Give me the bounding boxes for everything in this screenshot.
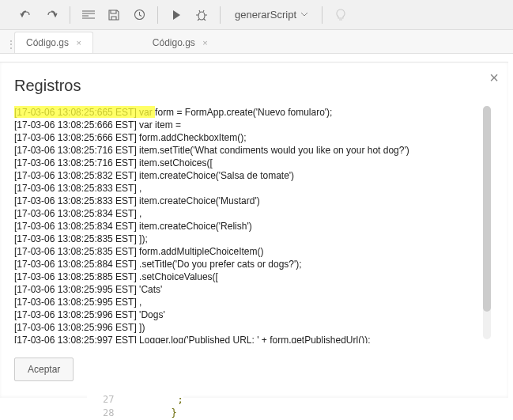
log-message: item.createChoice('Salsa de tomate') [137, 170, 294, 181]
log-message: , [137, 183, 142, 194]
log-message: item.createChoice('Relish') [137, 221, 252, 232]
scrollbar-thumb[interactable] [483, 106, 491, 312]
log-message: .setChoiceValues([ [137, 271, 218, 282]
log-message: var item = [137, 119, 181, 131]
log-line: [17-03-06 13:08:25:996 EST] 'Dogs' [14, 308, 502, 321]
dialog-actions: Aceptar [14, 358, 502, 381]
log-timestamp: [17-03-06 13:08:25:665 EST] [14, 107, 137, 118]
log-pane: [17-03-06 13:08:25:665 EST] var form = F… [14, 106, 502, 343]
code-text: } [171, 407, 176, 418]
save-button[interactable] [102, 4, 126, 26]
log-message: 'Cats' [137, 284, 163, 295]
tabstrip: ⋮ Código.gs × Código.gs × [0, 30, 513, 54]
log-timestamp: [17-03-06 13:08:25:833 EST] [14, 195, 137, 206]
dialog-title: Registros [14, 77, 502, 95]
code-text: ; [177, 394, 183, 405]
log-timestamp: [17-03-06 13:08:25:996 EST] [14, 322, 137, 333]
log-line: [17-03-06 13:08:25:833 EST] , [14, 182, 502, 195]
log-message: Logger.log('Published URL: ' + form.getP… [137, 335, 371, 343]
close-tab-icon[interactable]: × [202, 38, 207, 47]
redo-button[interactable] [40, 4, 63, 26]
lightbulb-button[interactable] [329, 4, 353, 26]
log-line: [17-03-06 13:08:25:997 EST] Logger.log('… [14, 334, 502, 343]
log-timestamp: [17-03-06 13:08:25:885 EST] [14, 271, 137, 282]
close-dialog-button[interactable]: × [489, 69, 499, 87]
tab-label: Código.gs [153, 37, 195, 48]
log-message: , [137, 208, 142, 219]
log-timestamp: [17-03-06 13:08:25:834 EST] [14, 221, 137, 232]
log-line: [17-03-06 13:08:25:716 EST] item.setTitl… [14, 144, 502, 157]
tab-label: Código.gs [26, 37, 69, 48]
log-timestamp: [17-03-06 13:08:25:996 EST] [14, 309, 137, 320]
line-number: 28 [103, 407, 114, 420]
log-line: [17-03-06 13:08:25:835 EST] form.addMult… [14, 245, 502, 258]
log-message: 'Dogs' [137, 309, 165, 320]
log-timestamp: [17-03-06 13:08:25:666 EST] [14, 132, 137, 143]
code-editor[interactable]: 27 28 ; } [87, 385, 183, 420]
separator [70, 6, 70, 24]
log-line: [17-03-06 13:08:25:995 EST] 'Cats' [14, 283, 502, 296]
log-line: [17-03-06 13:08:25:832 EST] item.createC… [14, 169, 502, 182]
log-line: [17-03-06 13:08:25:834 EST] item.createC… [14, 220, 502, 233]
close-tab-icon[interactable]: × [76, 38, 81, 47]
separator [322, 6, 323, 24]
log-timestamp: [17-03-06 13:08:25:834 EST] [14, 208, 137, 219]
log-message: form.addCheckboxItem(); [137, 132, 247, 143]
log-line: [17-03-06 13:08:25:995 EST] , [14, 296, 502, 308]
log-timestamp: [17-03-06 13:08:25:884 EST] [14, 259, 137, 270]
separator [220, 6, 221, 24]
log-timestamp: [17-03-06 13:08:25:716 EST] [14, 157, 137, 168]
log-timestamp: [17-03-06 13:08:25:997 EST] [14, 335, 137, 343]
log-message: form.addMultipleChoiceItem() [137, 246, 264, 257]
toolbar: generarScript [0, 0, 513, 30]
tab-handle[interactable]: ⋮ [6, 39, 14, 53]
log-line: [17-03-06 13:08:25:835 EST] ]); [14, 233, 502, 245]
log-message: ]) [137, 322, 145, 333]
tab-codigo-2[interactable]: Código.gs × [141, 32, 220, 53]
run-button[interactable] [164, 4, 188, 26]
log-line: [17-03-06 13:08:25:716 EST] item.setChoi… [14, 157, 502, 169]
log-timestamp: [17-03-06 13:08:25:666 EST] [14, 119, 137, 131]
log-timestamp: [17-03-06 13:08:25:832 EST] [14, 170, 137, 181]
log-message: var form = FormApp.create('Nuevo fomular… [137, 107, 333, 118]
clock-button[interactable] [127, 4, 151, 26]
log-line: [17-03-06 13:08:25:884 EST] .setTitle('D… [14, 258, 502, 271]
log-message: .setTitle('Do you prefer cats or dogs?')… [137, 259, 302, 270]
log-message: item.createChoice('Mustard') [137, 195, 260, 206]
log-timestamp: [17-03-06 13:08:25:995 EST] [14, 297, 137, 308]
log-line: [17-03-06 13:08:25:833 EST] item.createC… [14, 195, 502, 207]
log-timestamp: [17-03-06 13:08:25:835 EST] [14, 246, 137, 257]
code-lines: ; } [123, 393, 183, 420]
svg-point-1 [198, 12, 205, 20]
undo-button[interactable] [14, 4, 38, 26]
line-gutter: 27 28 [103, 393, 123, 420]
logs-dialog: × Registros [17-03-06 13:08:25:665 EST] … [0, 62, 508, 398]
log-lines: [17-03-06 13:08:25:665 EST] var form = F… [14, 106, 502, 343]
log-line: [17-03-06 13:08:25:665 EST] var form = F… [14, 106, 502, 119]
log-message: , [137, 297, 142, 308]
log-message: ]); [137, 233, 148, 244]
debug-button[interactable] [190, 4, 213, 26]
log-line: [17-03-06 13:08:25:666 EST] var item = [14, 119, 502, 131]
log-message: item.setTitle('What condiments would you… [137, 145, 409, 156]
log-line: [17-03-06 13:08:25:666 EST] form.addChec… [14, 131, 502, 144]
tab-codigo-1[interactable]: Código.gs × [14, 32, 93, 53]
indent-button[interactable] [77, 4, 100, 26]
log-message: item.setChoices([ [137, 157, 213, 168]
log-line: [17-03-06 13:08:25:834 EST] , [14, 207, 502, 220]
function-dropdown[interactable]: generarScript [227, 4, 315, 26]
log-line: [17-03-06 13:08:25:996 EST] ]) [14, 321, 502, 334]
log-timestamp: [17-03-06 13:08:25:716 EST] [14, 145, 137, 156]
separator [157, 6, 158, 24]
chevron-down-icon [301, 13, 307, 17]
log-timestamp: [17-03-06 13:08:25:835 EST] [14, 233, 137, 244]
line-number: 27 [103, 393, 114, 407]
function-name: generarScript [235, 9, 296, 21]
log-timestamp: [17-03-06 13:08:25:995 EST] [14, 284, 137, 295]
accept-button[interactable]: Aceptar [14, 358, 74, 381]
scrollbar[interactable] [483, 106, 491, 339]
log-line: [17-03-06 13:08:25:885 EST] .setChoiceVa… [14, 271, 502, 283]
log-timestamp: [17-03-06 13:08:25:833 EST] [14, 183, 137, 194]
